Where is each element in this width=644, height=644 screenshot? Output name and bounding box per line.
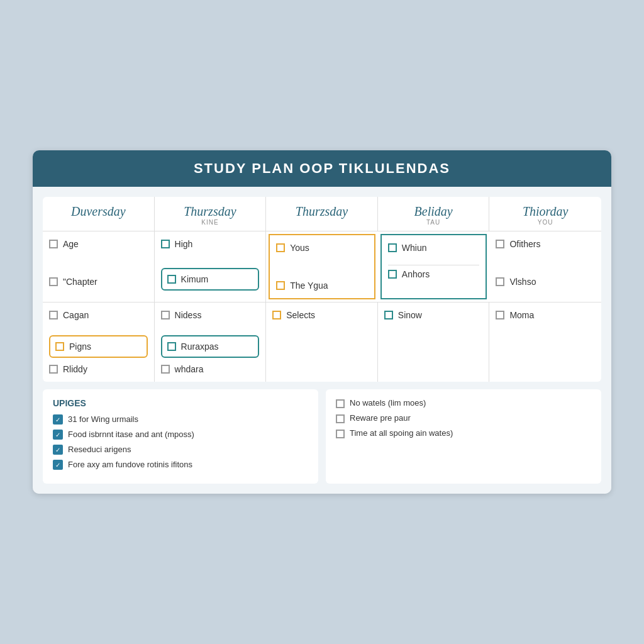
pigns-box: Pigns xyxy=(49,335,148,358)
checkbox-whiun[interactable] xyxy=(388,243,397,252)
notes-section: UPIGES 31 for Wing urmails Food isbrnnt … xyxy=(43,389,601,484)
note-checked-1: Food isbrnnt itase and ant (mposs) xyxy=(53,430,308,440)
col-header-2: Thurzsday xyxy=(266,197,378,231)
checkbox-rliddy[interactable] xyxy=(49,365,58,374)
col-header-3: Beliday TAU xyxy=(378,197,490,231)
checkbox-ofithers[interactable] xyxy=(496,240,504,248)
task-sinow: Sinow xyxy=(384,310,483,320)
note-checked-0: 31 for Wing urmails xyxy=(53,414,308,425)
checkbox-ruraxpas[interactable] xyxy=(167,342,176,351)
grid-header: Duversday Thurzsday KINE Thurzsday Belid… xyxy=(43,197,601,231)
uncheck-icon-2 xyxy=(336,430,345,438)
task-theygua: The Ygua xyxy=(276,280,368,291)
note-unchecked-2: Time at all spoing ain wates) xyxy=(336,428,591,438)
note-unchecked-1: Reware pre paur xyxy=(336,413,591,423)
checkbox-vlshso[interactable] xyxy=(496,277,504,286)
s1-col4: Ofithers Vlshso xyxy=(489,231,601,302)
task-nidess: Nidess xyxy=(161,310,260,320)
col-sub-4: YOU xyxy=(496,219,595,226)
schedule-grid: Duversday Thurzsday KINE Thurzsday Belid… xyxy=(43,197,601,382)
check-icon-1 xyxy=(53,430,63,440)
section1-row: Age "Chapter High xyxy=(43,231,601,303)
checkbox-age[interactable] xyxy=(49,240,58,248)
notes-right-card: No watels (lim moes) Reware pre paur Tim… xyxy=(326,389,601,484)
col-day-2: Thurzsday xyxy=(272,204,371,219)
kimum-box: Kimum xyxy=(161,268,260,291)
uncheck-icon-0 xyxy=(336,399,345,408)
s1-col1: High Kimum xyxy=(155,231,267,302)
col-day-3: Beliday xyxy=(384,204,483,219)
checkbox-anhors[interactable] xyxy=(388,270,397,279)
task-pigns: Pigns xyxy=(55,341,142,352)
task-rliddy: Rliddy xyxy=(49,364,148,374)
notes-left-card: UPIGES 31 for Wing urmails Food isbrnnt … xyxy=(43,389,318,484)
section2-row: Cagan Pigns Rliddy xyxy=(43,303,601,382)
task-whiun: Whiun xyxy=(388,243,480,253)
s1-col3: Whiun Anhors xyxy=(380,234,487,299)
col-header-1: Thurzsday KINE xyxy=(155,197,267,231)
col-day-4: Thiorday xyxy=(496,204,595,219)
task-ruraxpas: Ruraxpas xyxy=(167,341,253,352)
checkbox-whdara[interactable] xyxy=(161,365,170,374)
checkbox-nidess[interactable] xyxy=(161,311,170,319)
check-icon-2 xyxy=(53,445,63,455)
task-ofithers: Ofithers xyxy=(496,239,595,249)
col-day-0: Duversday xyxy=(49,204,148,219)
task-whdara: whdara xyxy=(161,364,260,374)
s2-col2: Selects xyxy=(266,303,378,382)
main-container: STUDY PLAN OOP TIKLULENDAS Duversday Thu… xyxy=(33,150,611,494)
s1-col2: Yous The Ygua xyxy=(269,234,375,299)
note-unchecked-0: No watels (lim moes) xyxy=(336,398,591,408)
ruraxpas-box: Ruraxpas xyxy=(161,335,260,358)
checkbox-sinow[interactable] xyxy=(384,311,393,319)
col-sub-3: TAU xyxy=(384,219,483,226)
checkbox-moma[interactable] xyxy=(496,311,504,319)
task-anhors: Anhors xyxy=(388,269,480,279)
notes-title: UPIGES xyxy=(53,398,308,408)
s2-col4: Moma xyxy=(489,303,601,382)
task-kimum: Kimum xyxy=(167,274,253,284)
uncheck-icon-1 xyxy=(336,414,345,423)
note-checked-2: Reseduci arigens xyxy=(53,445,308,455)
task-high: High xyxy=(161,239,260,249)
task-yous: Yous xyxy=(276,243,368,253)
s1-col0: Age "Chapter xyxy=(43,231,155,302)
checkbox-kimum[interactable] xyxy=(167,275,176,284)
s2-col3: Sinow xyxy=(378,303,490,382)
task-age: Age xyxy=(49,239,148,249)
col-sub-1: KINE xyxy=(161,219,260,226)
checkbox-pigns[interactable] xyxy=(55,342,64,351)
checkbox-selects[interactable] xyxy=(272,311,281,319)
checkbox-cagan[interactable] xyxy=(49,311,58,319)
task-chapter: "Chapter xyxy=(49,277,148,287)
checkbox-chapter[interactable] xyxy=(49,277,58,286)
task-cagan: Cagan xyxy=(49,310,148,320)
check-icon-3 xyxy=(53,460,63,470)
col-header-4: Thiorday YOU xyxy=(489,197,601,231)
task-vlshso: Vlshso xyxy=(496,277,595,287)
check-icon-0 xyxy=(53,414,63,425)
task-selects: Selects xyxy=(272,310,371,320)
task-moma: Moma xyxy=(496,310,595,320)
main-content: Duversday Thurzsday KINE Thurzsday Belid… xyxy=(33,187,611,494)
page-title: STUDY PLAN OOP TIKLULENDAS xyxy=(33,150,611,187)
s2-col0: Cagan Pigns Rliddy xyxy=(43,303,155,382)
note-checked-3: Fore axy am fundove rotinis ifitons xyxy=(53,460,308,470)
checkbox-yous[interactable] xyxy=(276,243,285,252)
checkbox-theygua[interactable] xyxy=(276,281,285,290)
col-header-0: Duversday xyxy=(43,197,155,231)
s2-col1: Nidess Ruraxpas whdara xyxy=(155,303,267,382)
col-day-1: Thurzsday xyxy=(161,204,260,219)
checkbox-high[interactable] xyxy=(161,240,170,248)
